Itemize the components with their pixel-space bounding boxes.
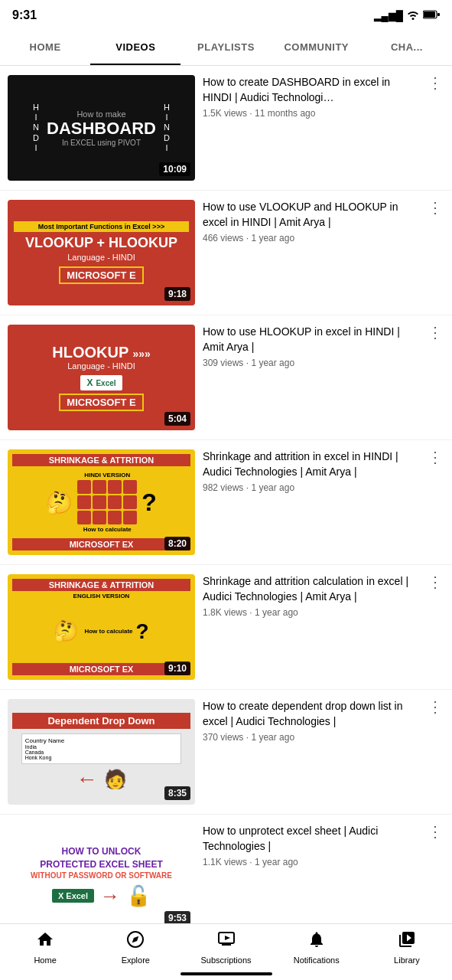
nav-library[interactable]: Library	[362, 930, 452, 965]
status-icons: ▂▄▆█	[374, 9, 440, 22]
duration-badge: 10:09	[159, 162, 190, 176]
svg-rect-1	[424, 11, 435, 18]
thumbnail-5[interactable]: SHRINKAGE & ATTRITION ENGLISH VERSION 🤔 …	[8, 574, 195, 680]
svg-marker-6	[225, 936, 230, 940]
video-title: Shrinkage and attrition calculation in e…	[203, 574, 421, 604]
duration-badge: 9:18	[164, 287, 190, 301]
svg-marker-4	[132, 936, 138, 942]
svg-rect-2	[437, 13, 440, 16]
bottom-nav: Home Explore Subscriptions Notifications	[0, 923, 452, 980]
more-options-button[interactable]: ⋮	[426, 574, 444, 590]
list-item[interactable]: Dependent Drop Down Country Name India C…	[0, 690, 452, 815]
video-info: How to use VLOOKUP and HLOOKUP in excel …	[203, 200, 444, 243]
thumbnail-7[interactable]: HOW TO UNLOCKPROTECTED EXCEL SHEET WITHO…	[8, 824, 195, 929]
list-item[interactable]: HOW TO UNLOCKPROTECTED EXCEL SHEET WITHO…	[0, 815, 452, 939]
tab-community[interactable]: COMMUNITY	[272, 31, 362, 65]
video-info: Shrinkage and attrition calculation in e…	[203, 574, 444, 618]
video-title: How to create DASHBOARD in excel in HIND…	[203, 75, 421, 105]
video-meta: 1.5K views · 11 months ago	[203, 108, 444, 119]
subscriptions-icon	[217, 930, 236, 953]
thumbnail-3[interactable]: HLOOKUP »»» Language - HINDI X Excel MIC…	[8, 325, 195, 430]
duration-badge: 9:10	[164, 662, 190, 675]
notifications-icon	[307, 930, 326, 953]
tab-home[interactable]: HOME	[0, 31, 90, 65]
nav-explore[interactable]: Explore	[90, 930, 180, 965]
duration-badge: 8:35	[164, 786, 190, 800]
list-item[interactable]: SHRINKAGE & ATTRITION 🤔 HINDI VERSION Ho…	[0, 440, 452, 565]
video-title: Shrinkage and attrition in excel in HIND…	[203, 449, 421, 479]
tab-bar: HOME VIDEOS PLAYLISTS COMMUNITY CHA...	[0, 31, 452, 66]
thumbnail-2[interactable]: Most Important Functions in Excel >>> VL…	[8, 200, 195, 305]
status-time: 9:31	[12, 8, 37, 22]
video-title: How to use VLOOKUP and HLOOKUP in excel …	[203, 200, 421, 230]
video-info: How to create DASHBOARD in excel in HIND…	[203, 75, 444, 119]
tab-videos[interactable]: VIDEOS	[90, 31, 180, 65]
video-meta: 309 views · 1 year ago	[203, 358, 444, 368]
nav-home-label: Home	[34, 956, 56, 965]
duration-badge: 5:04	[164, 412, 190, 426]
video-meta: 466 views · 1 year ago	[203, 233, 444, 243]
wifi-icon	[406, 9, 420, 22]
thumbnail-6[interactable]: Dependent Drop Down Country Name India C…	[8, 699, 195, 805]
thumbnail-4[interactable]: SHRINKAGE & ATTRITION 🤔 HINDI VERSION Ho…	[8, 449, 195, 555]
list-item[interactable]: HINDI How to make DASHBOARD In EXCEL usi…	[0, 66, 452, 191]
video-info: Shrinkage and attrition in excel in HIND…	[203, 449, 444, 493]
nav-home[interactable]: Home	[0, 930, 90, 965]
duration-badge: 8:20	[164, 537, 190, 550]
list-item[interactable]: SHRINKAGE & ATTRITION ENGLISH VERSION 🤔 …	[0, 565, 452, 690]
nav-notifications[interactable]: Notifications	[272, 930, 362, 965]
video-meta: 982 views · 1 year ago	[203, 482, 444, 493]
more-options-button[interactable]: ⋮	[426, 699, 444, 714]
nav-notifications-label: Notifications	[294, 956, 340, 965]
more-options-button[interactable]: ⋮	[426, 449, 444, 465]
video-info: How to use HLOOKUP in excel in HINDI | A…	[203, 325, 444, 368]
more-options-button[interactable]: ⋮	[426, 200, 444, 215]
video-title: How to create dependent drop down list i…	[203, 699, 421, 729]
status-bar: 9:31 ▂▄▆█	[0, 0, 452, 31]
video-info: How to create dependent drop down list i…	[203, 699, 444, 743]
video-meta: 1.1K views · 1 year ago	[203, 857, 444, 867]
video-title: How to unprotect excel sheet | Audici Te…	[203, 824, 421, 854]
signal-icon: ▂▄▆█	[374, 10, 403, 21]
nav-explore-label: Explore	[122, 956, 150, 965]
video-title: How to use HLOOKUP in excel in HINDI | A…	[203, 325, 421, 354]
home-icon	[36, 930, 54, 953]
thumbnail-1[interactable]: HINDI How to make DASHBOARD In EXCEL usi…	[8, 75, 195, 181]
more-options-button[interactable]: ⋮	[426, 325, 444, 340]
video-meta: 1.8K views · 1 year ago	[203, 607, 444, 618]
list-item[interactable]: HLOOKUP »»» Language - HINDI X Excel MIC…	[0, 315, 452, 440]
list-item[interactable]: Most Important Functions in Excel >>> VL…	[0, 191, 452, 315]
more-options-button[interactable]: ⋮	[426, 75, 444, 90]
video-list: HINDI How to make DASHBOARD In EXCEL usi…	[0, 66, 452, 980]
battery-icon	[423, 10, 440, 21]
nav-library-label: Library	[394, 956, 420, 965]
library-icon	[398, 930, 416, 953]
video-meta: 370 views · 1 year ago	[203, 732, 444, 743]
video-info: How to unprotect excel sheet | Audici Te…	[203, 824, 444, 867]
more-options-button[interactable]: ⋮	[426, 824, 444, 839]
nav-subscriptions[interactable]: Subscriptions	[180, 930, 271, 965]
nav-subscriptions-label: Subscriptions	[200, 956, 251, 965]
explore-icon	[126, 930, 145, 953]
home-indicator	[180, 972, 272, 975]
tab-channels[interactable]: CHA...	[362, 31, 452, 65]
tab-playlists[interactable]: PLAYLISTS	[180, 31, 271, 65]
